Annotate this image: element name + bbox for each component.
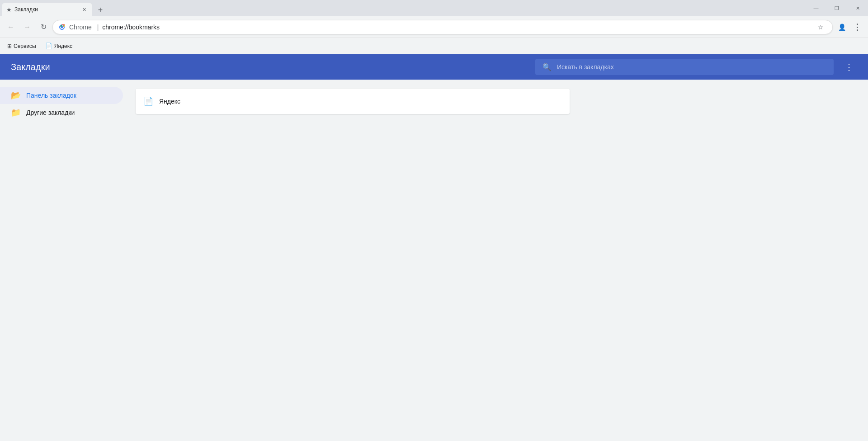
yandex-label: Яндекс	[54, 43, 72, 49]
minimize-button[interactable]: —	[806, 0, 826, 16]
folder-closed-icon: 📁	[11, 108, 21, 118]
address-bar-actions: ☆	[814, 21, 827, 33]
tab-title: Закладки	[14, 6, 78, 13]
address-url: chrome://bookmarks	[102, 24, 160, 31]
active-tab[interactable]: ★ Закладки ✕	[2, 3, 92, 16]
more-menu-button[interactable]: ⋮	[850, 20, 864, 34]
bookmarks-list: 📄 Яндекс ⋮	[136, 89, 570, 114]
maximize-button[interactable]: ❐	[826, 0, 847, 16]
yandex-page-icon: 📄	[45, 43, 52, 49]
tab-close-button[interactable]: ✕	[80, 6, 88, 13]
address-bar[interactable]: Chrome | chrome://bookmarks ☆	[52, 20, 833, 34]
new-tab-button[interactable]: +	[94, 4, 107, 16]
bookmark-star-icon[interactable]: ☆	[814, 21, 827, 33]
sidebar-item-other-bookmarks[interactable]: 📁 Другие закладки	[0, 104, 123, 121]
bookmarks-bar-item-yandex[interactable]: 📄 Яндекс	[42, 40, 76, 52]
search-bar[interactable]: 🔍	[535, 59, 834, 75]
app-container: Закладки 🔍 ⋮ 📂 Панель закладок 📁 Другие …	[0, 54, 868, 441]
sidebar-other-bookmarks-label: Другие закладки	[26, 109, 75, 116]
bookmarks-content: 📂 Панель закладок 📁 Другие закладки 📄 Ян…	[0, 80, 868, 441]
main-area: 📄 Яндекс ⋮	[127, 80, 868, 441]
bookmarks-header: Закладки 🔍 ⋮	[0, 54, 868, 80]
sidebar: 📂 Панель закладок 📁 Другие закладки	[0, 80, 127, 441]
window-controls: — ❐ ✕	[806, 0, 868, 16]
header-more-button[interactable]: ⋮	[841, 59, 857, 75]
forward-button[interactable]: →	[20, 20, 34, 34]
close-button[interactable]: ✕	[847, 0, 868, 16]
sidebar-bookmarks-bar-label: Панель закладок	[26, 92, 76, 99]
sidebar-item-bookmarks-bar[interactable]: 📂 Панель закладок	[0, 87, 123, 104]
services-grid-icon: ⊞	[7, 43, 12, 49]
chrome-logo-icon	[58, 24, 66, 31]
tab-favicon: ★	[6, 6, 12, 13]
search-input[interactable]	[557, 63, 826, 71]
table-row[interactable]: 📄 Яндекс ⋮	[136, 89, 570, 114]
bookmarks-bar-item-services[interactable]: ⊞ Сервисы	[4, 40, 40, 52]
search-icon: 🔍	[542, 63, 552, 71]
refresh-button[interactable]: ↻	[36, 20, 51, 34]
services-label: Сервисы	[14, 43, 36, 49]
bookmarks-page-title: Закладки	[11, 62, 50, 72]
navigation-bar: ← → ↻ Chrome | chrome://bookmarks ☆ 👤 ⋮	[0, 16, 868, 38]
bookmark-name: Яндекс	[159, 98, 542, 105]
address-text: Chrome | chrome://bookmarks	[69, 24, 811, 31]
toolbar-right: 👤 ⋮	[835, 20, 864, 34]
back-button[interactable]: ←	[4, 20, 18, 34]
tab-strip: ★ Закладки ✕ +	[0, 0, 806, 16]
title-bar: ★ Закладки ✕ + — ❐ ✕	[0, 0, 868, 16]
folder-open-icon: 📂	[11, 90, 21, 100]
profile-icon[interactable]: 👤	[835, 20, 849, 34]
bookmarks-bar: ⊞ Сервисы 📄 Яндекс	[0, 38, 868, 54]
bookmark-file-icon: 📄	[143, 96, 154, 106]
browser-brand-label: Chrome	[69, 24, 92, 31]
